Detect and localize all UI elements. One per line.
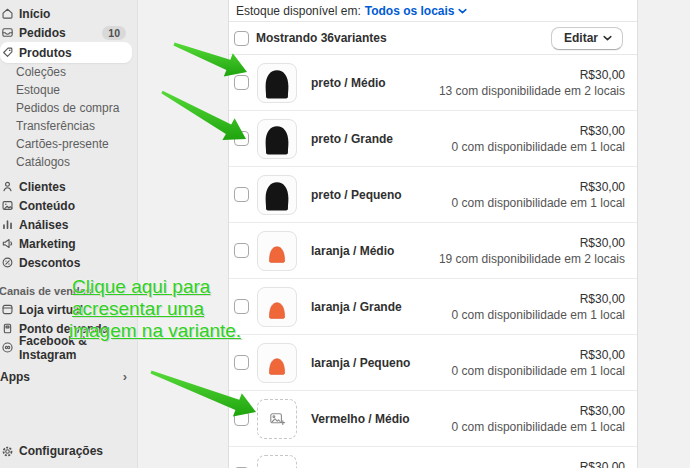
variant-price: R$30,00: [452, 291, 625, 307]
location-selector-label: Todos os locais: [365, 4, 455, 18]
edit-button-label: Editar: [564, 31, 598, 45]
facebook-instagram-icon: [1, 341, 14, 354]
products-icon: [1, 46, 14, 59]
variant-name: preto / Pequeno: [311, 188, 402, 202]
variant-availability: 0 com disponibilidade em 1 local: [452, 139, 625, 155]
variant-checkbox[interactable]: [234, 411, 249, 426]
sidebar-item-label: Descontos: [19, 256, 80, 270]
gear-icon: [1, 445, 14, 458]
sidebar-item-label: Início: [19, 7, 50, 21]
variant-name: laranja / Grande: [311, 300, 402, 314]
add-variant-image-placeholder[interactable]: [257, 455, 297, 468]
sidebar-item-pedidos[interactable]: Pedidos10: [0, 23, 132, 42]
variant-row[interactable]: R$30,00: [229, 447, 637, 468]
variant-availability: 19 com disponibilidade em 2 locais: [439, 251, 625, 267]
sidebar: InícioPedidos10ProdutosColeçõesEstoquePe…: [0, 0, 138, 468]
sidebar-item-label: Coleções: [16, 65, 66, 79]
variant-price: R$30,00: [452, 347, 625, 363]
variant-price-availability: R$30,000 com disponibilidade em 1 local: [452, 291, 625, 323]
sidebar-item-settings[interactable]: Configurações: [1, 444, 103, 458]
variant-price: R$30,00: [439, 67, 625, 83]
add-variant-image-placeholder[interactable]: [257, 399, 297, 439]
variant-image[interactable]: [257, 287, 297, 327]
sidebar-channel-loja-virtual[interactable]: Loja virtual: [0, 300, 132, 319]
stock-location-bar: Estoque disponível em: Todos os locais: [229, 0, 637, 22]
variant-image[interactable]: [257, 63, 297, 103]
variant-image[interactable]: [257, 175, 297, 215]
variant-image[interactable]: [257, 119, 297, 159]
variant-row[interactable]: preto / MédioR$30,0013 com disponibilida…: [229, 55, 637, 111]
sidebar-item-label: Transferências: [16, 119, 95, 133]
sidebar-item-clientes[interactable]: Clientes: [0, 177, 132, 196]
orders-count-badge: 10: [102, 26, 126, 40]
home-icon: [1, 7, 14, 20]
variant-row[interactable]: laranja / PequenoR$30,000 com disponibil…: [229, 335, 637, 391]
sidebar-item-label: Cartões-presente: [16, 137, 109, 151]
variant-checkbox[interactable]: [234, 355, 249, 370]
sidebar-item-marketing[interactable]: Marketing: [0, 234, 132, 253]
sidebar-item-label: Pedidos de compra: [16, 101, 119, 115]
variant-image[interactable]: [257, 231, 297, 271]
content-icon: [1, 199, 14, 212]
showing-count-label: Mostrando 36variantes: [256, 31, 387, 45]
sidebar-channel-facebook-instagram[interactable]: Facebook & Instagram: [0, 338, 132, 357]
sidebar-item-label: Catálogos: [16, 155, 70, 169]
variant-price-availability: R$30,0019 com disponibilidade em 2 locai…: [439, 235, 625, 267]
sidebar-item-inicio[interactable]: Início: [0, 4, 132, 23]
sidebar-item-analises[interactable]: Análises: [0, 215, 132, 234]
variant-checkbox[interactable]: [234, 131, 249, 146]
variant-availability: 0 com disponibilidade em 1 local: [452, 195, 625, 211]
variant-checkbox[interactable]: [234, 75, 249, 90]
variant-checkbox[interactable]: [234, 299, 249, 314]
variant-checkbox[interactable]: [234, 187, 249, 202]
variant-checkbox[interactable]: [234, 243, 249, 258]
sidebar-item-label: Conteúdo: [19, 199, 75, 213]
sidebar-item-cartoes-presente[interactable]: Cartões-presente: [0, 135, 132, 153]
apps-label: Apps: [0, 370, 30, 384]
sidebar-item-produtos[interactable]: Produtos: [0, 42, 132, 63]
sidebar-item-estoque[interactable]: Estoque: [0, 81, 132, 99]
variant-name: laranja / Médio: [311, 244, 394, 258]
marketing-icon: [1, 237, 14, 250]
stock-location-prefix: Estoque disponível em:: [236, 4, 361, 18]
analytics-icon: [1, 218, 14, 231]
sidebar-item-apps[interactable]: Apps ›: [0, 367, 137, 386]
variant-row[interactable]: preto / GrandeR$30,000 com disponibilida…: [229, 111, 637, 167]
variant-availability: 13 com disponibilidade em 2 locais: [439, 83, 625, 99]
variant-name: preto / Grande: [311, 132, 393, 146]
select-all-checkbox[interactable]: [234, 31, 249, 46]
pos-icon: [1, 322, 14, 335]
sidebar-item-conteudo[interactable]: Conteúdo: [0, 196, 132, 215]
settings-label: Configurações: [19, 444, 103, 458]
variant-availability: 0 com disponibilidade em 1 local: [452, 363, 625, 379]
variant-price-availability: R$30,000 com disponibilidade em 1 local: [452, 179, 625, 211]
variant-price: R$30,00: [580, 459, 625, 468]
variants-list-header: Mostrando 36variantes Editar: [229, 22, 637, 55]
variant-row[interactable]: laranja / MédioR$30,0019 com disponibili…: [229, 223, 637, 279]
variant-price-availability: R$30,000 com disponibilidade em 1 local: [452, 403, 625, 435]
chevron-down-icon: [458, 7, 467, 15]
variant-price: R$30,00: [452, 123, 625, 139]
sidebar-item-colecoes[interactable]: Coleções: [0, 63, 132, 81]
variant-price-availability: R$30,0013 com disponibilidade em 2 locai…: [439, 67, 625, 99]
variant-row[interactable]: preto / PequenoR$30,000 com disponibilid…: [229, 167, 637, 223]
variant-name: Vermelho / Médio: [311, 412, 410, 426]
variant-name: laranja / Pequeno: [311, 356, 410, 370]
sidebar-item-transferencias[interactable]: Transferências: [0, 117, 132, 135]
sidebar-item-descontos[interactable]: Descontos: [0, 253, 132, 272]
sidebar-item-pedidos-de-compra[interactable]: Pedidos de compra: [0, 99, 132, 117]
variant-row[interactable]: Vermelho / MédioR$30,000 com disponibili…: [229, 391, 637, 447]
variant-availability: 0 com disponibilidade em 1 local: [452, 419, 625, 435]
chevron-right-icon: ›: [123, 372, 127, 382]
sidebar-item-label: Clientes: [19, 180, 66, 194]
location-selector[interactable]: Todos os locais: [365, 4, 467, 18]
variant-price: R$30,00: [452, 179, 625, 195]
variant-row[interactable]: laranja / GrandeR$30,000 com disponibili…: [229, 279, 637, 335]
variant-availability: 0 com disponibilidade em 1 local: [452, 307, 625, 323]
sidebar-channel-label: Loja virtual: [19, 303, 83, 317]
edit-button[interactable]: Editar: [551, 27, 623, 50]
orders-icon: [1, 26, 14, 39]
sidebar-item-catalogos[interactable]: Catálogos: [0, 153, 132, 171]
discounts-icon: [1, 256, 14, 269]
variant-image[interactable]: [257, 343, 297, 383]
